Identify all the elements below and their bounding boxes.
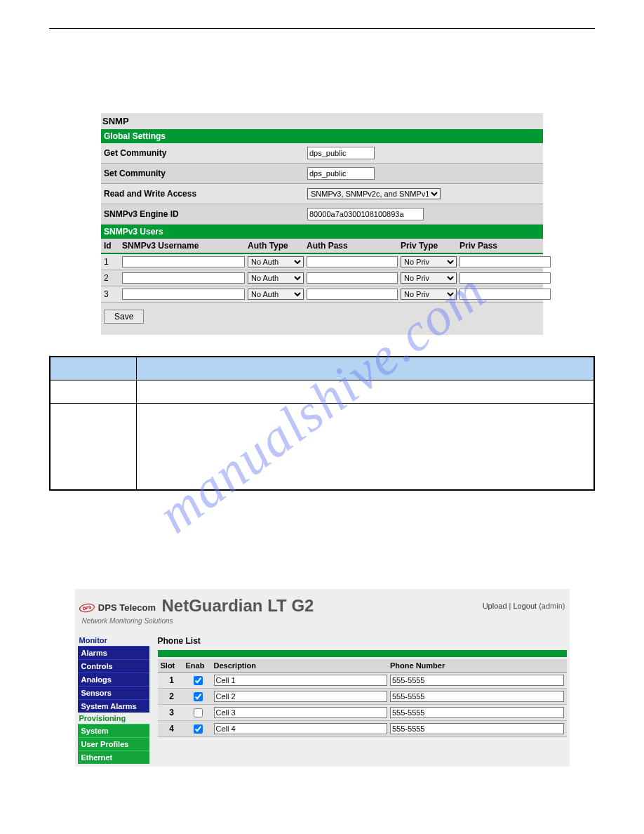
phone-row-2: 2 <box>158 689 567 705</box>
auth-pass-input[interactable] <box>307 256 398 267</box>
phone-head: Slot Enab Description Phone Number <box>158 659 567 673</box>
tagline: Network Monitoring Solutions <box>75 617 570 630</box>
col-priv-type: Priv Type <box>401 241 457 251</box>
col-phone: Phone Number <box>390 661 564 670</box>
col-desc: Description <box>214 661 388 670</box>
users-head-row: Id SNMPv3 Username Auth Type Auth Pass P… <box>101 239 543 254</box>
users-header: SNMPv3 Users <box>101 225 543 239</box>
set-community-input[interactable] <box>307 167 375 180</box>
desc-input[interactable] <box>214 707 388 718</box>
upload-link[interactable]: Upload <box>483 602 507 610</box>
phone-input[interactable] <box>390 707 564 718</box>
netguardian-panel: DPS DPS Telecom NetGuardian LT G2 Upload… <box>75 589 570 767</box>
row-get-community: Get Community <box>101 143 543 164</box>
nav-ethernet[interactable]: Ethernet <box>78 750 149 764</box>
page-title: NetGuardian LT G2 <box>162 596 483 616</box>
global-settings-header: Global Settings <box>101 129 543 143</box>
col-enab: Enab <box>186 661 211 670</box>
phone-input[interactable] <box>390 691 564 702</box>
user-id: 1 <box>104 257 119 267</box>
auth-type-select[interactable]: No Auth <box>248 256 304 267</box>
user-id: 2 <box>104 273 119 283</box>
nav-sidebar: Monitor Alarms Controls Analogs Sensors … <box>78 635 149 764</box>
col-id: Id <box>104 241 119 251</box>
logout-link[interactable]: Logout <box>513 602 537 610</box>
col-priv-pass: Priv Pass <box>459 241 551 251</box>
row-engine-id: SNMPv3 Engine ID <box>101 204 543 225</box>
logo-icon: DPS <box>79 604 95 612</box>
get-community-label: Get Community <box>104 148 307 158</box>
nav-system-alarms[interactable]: System Alarms <box>78 699 149 713</box>
desc-input[interactable] <box>214 723 388 734</box>
main-content: Phone List Slot Enab Description Phone N… <box>158 635 567 764</box>
phone-row-1: 1 <box>158 673 567 689</box>
priv-pass-input[interactable] <box>459 289 551 300</box>
nav-header-monitor: Monitor <box>78 635 149 646</box>
user-row-1: 1 No Auth No Priv <box>101 254 543 270</box>
snmp-panel: SNMP Global Settings Get Community Set C… <box>101 113 543 335</box>
slot-cell: 4 <box>161 724 183 734</box>
enab-checkbox[interactable] <box>194 708 203 717</box>
priv-type-select[interactable]: No Priv <box>401 289 457 300</box>
priv-pass-input[interactable] <box>459 272 551 284</box>
rw-access-select[interactable]: SNMPv3, SNMPv2c, and SNMPv1 <box>307 188 441 199</box>
nav-header-provisioning: Provisioning <box>78 713 149 724</box>
nav-controls[interactable]: Controls <box>78 659 149 673</box>
priv-type-select[interactable]: No Priv <box>401 256 457 267</box>
row-rw-access: Read and Write Access SNMPv3, SNMPv2c, a… <box>101 184 543 204</box>
priv-pass-input[interactable] <box>459 256 551 267</box>
engine-id-input[interactable] <box>307 208 424 220</box>
auth-pass-input[interactable] <box>307 272 398 284</box>
user-label: (admin) <box>539 602 565 610</box>
nav-analogs[interactable]: Analogs <box>78 673 149 686</box>
engine-id-label: SNMPv3 Engine ID <box>104 209 307 219</box>
col-username: SNMPv3 Username <box>122 241 245 251</box>
section-title: Phone List <box>158 635 567 650</box>
phone-input[interactable] <box>390 675 564 686</box>
phone-row-3: 3 <box>158 705 567 721</box>
header-links: Upload | Logout (admin) <box>483 602 565 610</box>
slot-cell: 3 <box>161 708 183 717</box>
logo: DPS DPS Telecom <box>79 600 162 613</box>
nav-user-profiles[interactable]: User Profiles <box>78 737 149 750</box>
info-table <box>49 356 595 491</box>
brand-text: DPS Telecom <box>98 602 156 613</box>
top-rule <box>49 28 595 29</box>
set-community-label: Set Community <box>104 168 307 178</box>
nav-system[interactable]: System <box>78 724 149 737</box>
save-button[interactable]: Save <box>104 310 144 324</box>
desc-input[interactable] <box>214 675 388 686</box>
get-community-input[interactable] <box>307 147 375 159</box>
col-slot: Slot <box>161 661 183 670</box>
user-row-3: 3 No Auth No Priv <box>101 286 543 303</box>
nav-alarms[interactable]: Alarms <box>78 646 149 659</box>
rw-access-label: Read and Write Access <box>104 189 307 199</box>
username-input[interactable] <box>122 256 245 267</box>
green-separator <box>158 650 567 657</box>
phone-row-4: 4 <box>158 721 567 737</box>
desc-input[interactable] <box>214 691 388 702</box>
auth-type-select[interactable]: No Auth <box>248 272 304 284</box>
user-row-2: 2 No Auth No Priv <box>101 270 543 286</box>
enab-checkbox[interactable] <box>194 692 203 701</box>
col-auth-type: Auth Type <box>248 241 304 251</box>
slot-cell: 2 <box>161 691 183 701</box>
username-input[interactable] <box>122 272 245 284</box>
enab-checkbox[interactable] <box>194 676 203 685</box>
ng-header: DPS DPS Telecom NetGuardian LT G2 Upload… <box>75 589 570 617</box>
user-id: 3 <box>104 289 119 299</box>
slot-cell: 1 <box>161 675 183 685</box>
username-input[interactable] <box>122 289 245 300</box>
nav-sensors[interactable]: Sensors <box>78 686 149 699</box>
col-auth-pass: Auth Pass <box>307 241 398 251</box>
row-set-community: Set Community <box>101 164 543 184</box>
snmp-title: SNMP <box>101 113 543 129</box>
phone-input[interactable] <box>390 723 564 734</box>
priv-type-select[interactable]: No Priv <box>401 272 457 284</box>
auth-type-select[interactable]: No Auth <box>248 289 304 300</box>
auth-pass-input[interactable] <box>307 289 398 300</box>
enab-checkbox[interactable] <box>194 724 203 734</box>
